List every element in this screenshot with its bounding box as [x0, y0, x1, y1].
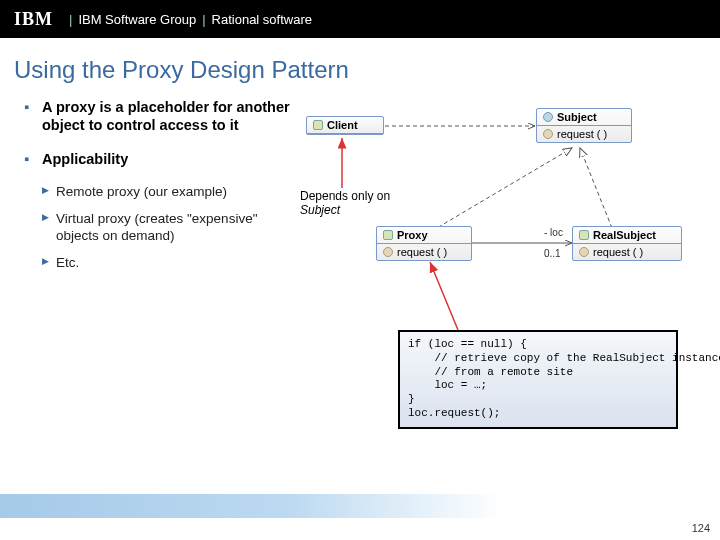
uml-subject-name: Subject	[557, 111, 597, 123]
class-icon	[579, 230, 589, 240]
svg-line-5	[430, 262, 458, 330]
bullet-etc: Etc.	[56, 255, 300, 272]
note-line2: Subject	[300, 204, 390, 218]
uml-subject: Subject request ( )	[536, 108, 632, 143]
header-group: IBM Software Group	[78, 12, 196, 27]
bullet-list: A proxy is a placeholder for another obj…	[0, 98, 300, 398]
ibm-logo: IBM	[14, 9, 53, 30]
uml-realsubject: RealSubject request ( )	[572, 226, 682, 261]
uml-proxy: Proxy request ( )	[376, 226, 472, 261]
note-depends: Depends only on Subject	[300, 190, 390, 218]
header-product: Rational software	[212, 12, 312, 27]
interface-icon	[543, 112, 553, 122]
class-icon	[313, 120, 323, 130]
header-sep: |	[69, 12, 72, 27]
bullet-remote-proxy: Remote proxy (our example)	[56, 184, 300, 201]
note-line1: Depends only on	[300, 190, 390, 204]
page-title: Using the Proxy Design Pattern	[14, 56, 720, 84]
code-text: if (loc == null) { // retrieve copy of t…	[408, 338, 720, 419]
bullet-virtual-proxy: Virtual proxy (creates "expensive" objec…	[56, 211, 300, 245]
uml-subject-op: request ( )	[557, 128, 607, 140]
bullet-proxy-def: A proxy is a placeholder for another obj…	[42, 98, 300, 134]
uml-proxy-name: Proxy	[397, 229, 428, 241]
class-icon	[383, 230, 393, 240]
uml-proxy-op: request ( )	[397, 246, 447, 258]
uml-client-name: Client	[327, 119, 358, 131]
footer-band	[0, 494, 720, 518]
svg-line-1	[420, 148, 572, 238]
header-bar: IBM | IBM Software Group | Rational soft…	[0, 0, 720, 38]
operation-icon	[543, 129, 553, 139]
uml-diagram: Client Subject request ( ) Proxy request…	[300, 98, 720, 398]
role-loc: - loc	[544, 227, 563, 238]
uml-real-op: request ( )	[593, 246, 643, 258]
operation-icon	[383, 247, 393, 257]
role-mult: 0..1	[544, 248, 561, 259]
page-number: 124	[692, 522, 710, 534]
uml-real-name: RealSubject	[593, 229, 656, 241]
svg-line-2	[580, 148, 612, 228]
operation-icon	[579, 247, 589, 257]
header-sep-2: |	[202, 12, 205, 27]
uml-client: Client	[306, 116, 384, 135]
bullet-applicability: Applicability	[42, 150, 300, 168]
code-snippet: if (loc == null) { // retrieve copy of t…	[398, 330, 678, 429]
